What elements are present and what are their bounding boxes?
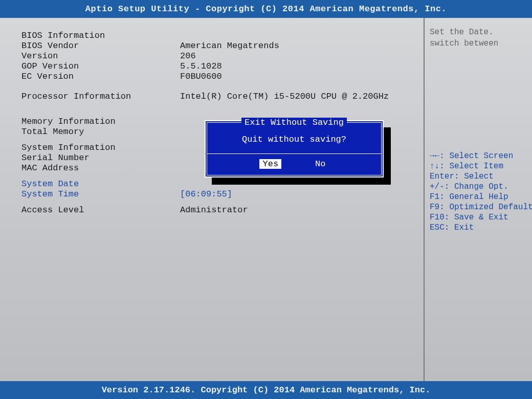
serial-number-label: Serial Number — [21, 153, 180, 163]
bios-screen: Aptio Setup Utility - Copyright (C) 2014… — [0, 0, 532, 399]
footer-text: Version 2.17.1246. Copyright (C) 2014 Am… — [102, 385, 431, 395]
total-memory-label: Total Memory — [21, 127, 180, 137]
left-panel: BIOS Information BIOS Vendor American Me… — [0, 18, 425, 381]
system-time-value[interactable]: [06:09:55] — [180, 189, 414, 199]
gop-version-label: GOP Version — [21, 61, 180, 71]
processor-info-label: Processor Information — [21, 92, 180, 101]
help-desc-line1: Set the Date. — [430, 27, 527, 38]
bios-vendor-value: American Megatrends — [180, 41, 414, 51]
yes-button[interactable]: Yes — [259, 159, 281, 169]
title-bar: Aptio Setup Utility - Copyright (C) 2014… — [0, 0, 532, 18]
help-select-screen: →←: Select Screen — [430, 151, 527, 161]
help-panel: Set the Date. switch between →←: Select … — [425, 18, 532, 381]
version-value: 206 — [180, 51, 414, 61]
processor-info-value: Intel(R) Core(TM) i5-5200U CPU @ 2.20GHz — [180, 92, 414, 101]
help-change-opt: +/-: Change Opt. — [430, 182, 527, 191]
title-text: Aptio Setup Utility - Copyright (C) 2014… — [85, 4, 447, 14]
system-date-label[interactable]: System Date — [21, 179, 180, 189]
help-enter: Enter: Select — [430, 172, 527, 181]
gop-version-value: 5.5.1028 — [180, 61, 414, 71]
footer-bar: Version 2.17.1246. Copyright (C) 2014 Am… — [0, 381, 532, 399]
system-info-label: System Information — [21, 143, 180, 152]
memory-info-label: Memory Information — [21, 117, 180, 126]
ec-version-label: EC Version — [21, 72, 180, 81]
bios-info-heading: BIOS Information — [21, 31, 180, 40]
help-f9: F9: Optimized Defaults — [430, 203, 527, 212]
access-level-value: Administrator — [180, 205, 414, 215]
help-f10: F10: Save & Exit — [430, 213, 527, 222]
help-esc: ESC: Exit — [430, 223, 527, 232]
version-label: Version — [21, 51, 180, 61]
main-area: BIOS Information BIOS Vendor American Me… — [0, 18, 532, 381]
ec-version-value: F0BU0600 — [180, 72, 414, 81]
bios-vendor-label: BIOS Vendor — [21, 41, 180, 51]
help-f1: F1: General Help — [430, 192, 527, 202]
help-desc-line2: switch between — [430, 38, 527, 50]
mac-address-label: MAC Address — [21, 163, 180, 173]
access-level-label: Access Level — [21, 205, 180, 215]
dialog-message: Quit without saving? — [242, 135, 346, 144]
no-button[interactable]: No — [312, 159, 328, 169]
exit-without-saving-dialog: Exit Without Saving Quit without saving?… — [205, 120, 384, 178]
system-time-label[interactable]: System Time — [21, 189, 180, 199]
help-select-item: ↑↓: Select Item — [430, 162, 527, 171]
dialog-title: Exit Without Saving — [241, 118, 347, 127]
